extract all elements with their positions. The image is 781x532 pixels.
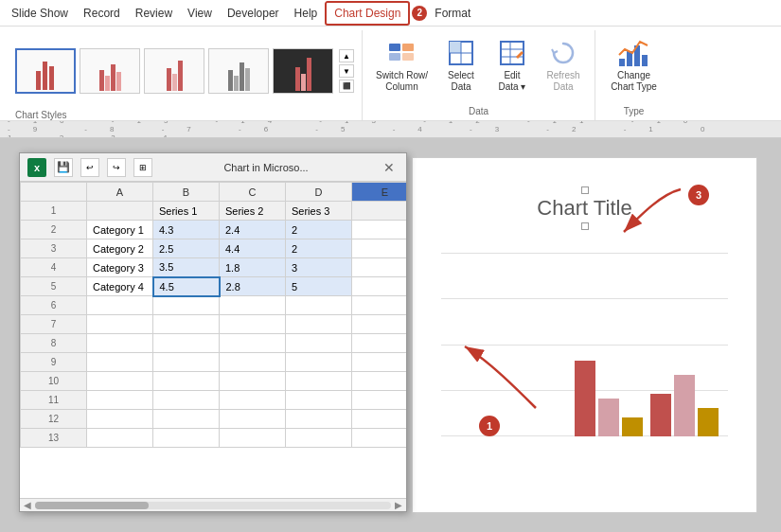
title-handle-top[interactable] <box>581 186 589 194</box>
bar-group-2 <box>650 375 719 436</box>
spreadsheet-close[interactable]: ✕ <box>380 158 399 177</box>
scroll-down[interactable]: ▼ <box>339 64 354 78</box>
table-row: 13 <box>21 429 407 448</box>
cell-b2[interactable]: 4.3 <box>153 221 220 239</box>
scrollbar-track[interactable] <box>35 502 391 509</box>
cell-d3[interactable]: 2 <box>286 239 352 258</box>
header-series2[interactable]: Series 2 <box>220 202 286 221</box>
horizontal-scrollbar[interactable]: ◀ ▶ <box>20 498 406 511</box>
annotation-3-badge: 3 <box>688 185 709 205</box>
table-row: 10 <box>21 372 407 391</box>
undo-btn[interactable]: ↩ <box>80 158 99 177</box>
chart-style-5[interactable] <box>273 48 333 94</box>
cell-c2[interactable]: 2.4 <box>220 221 286 239</box>
col-b[interactable]: B <box>153 183 220 202</box>
menu-developer[interactable]: Developer <box>220 3 287 24</box>
cell-d2[interactable]: 2 <box>286 221 352 239</box>
spreadsheet-title: Chart in Microso... <box>160 162 372 173</box>
cell-a3[interactable]: Category 2 <box>87 239 153 258</box>
change-chart-type-icon <box>617 38 651 68</box>
data-table: A B C D E 1 Series 1 Series 2 Series 3 <box>20 182 406 448</box>
cell-a2[interactable]: Category 1 <box>87 221 153 239</box>
cell-c3[interactable]: 4.4 <box>220 239 286 258</box>
slide-area: Chart Title <box>412 157 757 513</box>
table-row: 2 Category 1 4.3 2.4 2 <box>21 221 407 239</box>
save-btn[interactable]: 💾 <box>54 158 73 177</box>
menu-help[interactable]: Help <box>287 3 326 24</box>
menu-record[interactable]: Record <box>76 3 128 24</box>
cell-b3[interactable]: 2.5 <box>153 239 220 258</box>
edit-data-button[interactable]: EditData ▾ <box>488 34 536 97</box>
cell-b4[interactable]: 3.5 <box>153 258 220 277</box>
chart-style-2[interactable] <box>80 48 140 94</box>
title-handle-bottom[interactable] <box>581 222 589 230</box>
menu-view[interactable]: View <box>180 3 220 24</box>
table-btn[interactable]: ⊞ <box>133 158 152 177</box>
select-data-button[interactable]: SelectData <box>437 34 485 97</box>
menu-slide-show[interactable]: Slide Show <box>4 3 76 24</box>
cell-d5[interactable]: 5 <box>286 277 352 296</box>
cell-c4[interactable]: 1.8 <box>220 258 286 277</box>
bar <box>674 375 695 436</box>
edit-data-icon <box>497 38 527 68</box>
bar <box>622 417 643 436</box>
header-series3[interactable]: Series 3 <box>286 202 352 221</box>
cell-a4[interactable]: Category 3 <box>87 258 153 277</box>
cell-e3[interactable] <box>352 239 407 258</box>
scrollbar-thumb[interactable] <box>35 502 149 509</box>
svg-rect-1 <box>389 53 400 61</box>
chart-styles-row: ▲ ▼ ⬛ <box>15 34 354 108</box>
switch-row-col-icon <box>387 38 417 68</box>
select-data-label: SelectData <box>448 70 474 93</box>
badge-2: 2 <box>412 6 427 21</box>
cell-e2[interactable] <box>352 221 407 239</box>
excel-icon: x <box>27 158 46 177</box>
chart-style-3[interactable] <box>144 48 204 94</box>
type-section-label: Type <box>624 106 645 120</box>
table-row: 3 Category 2 2.5 4.4 2 <box>21 239 407 258</box>
ruler: -16 -15 -14 -13 -12 -11 -10 -9 -8 -7 -6 … <box>0 121 781 138</box>
switch-row-col-label: Switch Row/Column <box>376 70 428 93</box>
table-row: 8 <box>21 334 407 353</box>
scroll-expand[interactable]: ⬛ <box>339 80 354 93</box>
chart-content: Chart Title <box>432 177 737 493</box>
bar <box>698 408 719 436</box>
menu-format[interactable]: Format <box>427 3 478 24</box>
header-a[interactable] <box>87 202 153 221</box>
chart-styles-scroll: ▲ ▼ ⬛ <box>339 49 354 93</box>
header-e[interactable] <box>352 202 407 221</box>
ribbon-data-buttons: Switch Row/Column SelectData <box>370 30 587 106</box>
cell-e4[interactable] <box>352 258 407 277</box>
ribbon-type-section: ChangeChart Type Type <box>595 30 672 120</box>
scroll-up[interactable]: ▲ <box>339 49 354 62</box>
svg-rect-3 <box>402 53 414 61</box>
edit-data-label: EditData ▾ <box>499 70 526 93</box>
col-a[interactable]: A <box>87 183 153 202</box>
chart-styles-label: Chart Styles <box>15 108 354 120</box>
svg-rect-5 <box>450 42 461 53</box>
col-e[interactable]: E <box>352 183 407 202</box>
switch-row-col-button[interactable]: Switch Row/Column <box>370 34 434 97</box>
cell-e5[interactable] <box>352 277 407 296</box>
bar-group-1 <box>575 361 643 436</box>
menu-review[interactable]: Review <box>128 3 180 24</box>
col-d[interactable]: D <box>286 183 352 202</box>
change-chart-type-button[interactable]: ChangeChart Type <box>603 34 665 97</box>
change-chart-type-label: ChangeChart Type <box>611 70 657 93</box>
cell-b5[interactable]: 4.5 <box>153 277 220 296</box>
col-c[interactable]: C <box>220 183 286 202</box>
cell-c5[interactable]: 2.8 <box>220 277 286 296</box>
row-num-5: 5 <box>21 277 87 296</box>
chart-style-4[interactable] <box>208 48 269 94</box>
header-series1[interactable]: Series 1 <box>153 202 220 221</box>
refresh-data-button[interactable]: RefreshData <box>540 34 587 97</box>
menu-chart-design[interactable]: Chart Design <box>325 1 410 26</box>
annotation-1-badge: 1 <box>479 416 500 436</box>
spreadsheet-grid[interactable]: A B C D E 1 Series 1 Series 2 Series 3 <box>20 182 406 498</box>
cell-a5[interactable]: Category 4 <box>87 277 153 296</box>
row-num-1: 1 <box>21 202 87 221</box>
chart-style-1[interactable] <box>15 48 76 94</box>
redo-btn[interactable]: ↪ <box>107 158 126 177</box>
cell-d4[interactable]: 3 <box>286 258 352 277</box>
spreadsheet-titlebar: x 💾 ↩ ↪ ⊞ Chart in Microso... ✕ <box>20 153 406 182</box>
